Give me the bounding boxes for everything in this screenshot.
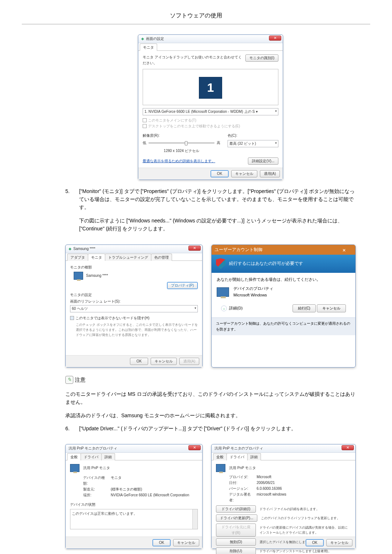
desc: ドライバをアンインストールします (上級者用)。 [260,549,331,554]
desc: ドライバの更新後にデバイスの認識が失敗する場合、以前にインストールしたドライバに… [260,525,351,535]
close-icon[interactable]: ✕ [188,246,201,251]
chk-main: このモニタをメインにする(T) [148,118,196,122]
cancel-button[interactable]: キャンセル [173,539,199,546]
tab-trouble[interactable]: トラブルシューティング [105,254,151,261]
scrollbar[interactable] [192,509,197,529]
resolution-value: 1280 x 1024 ピクセル [143,148,220,154]
rollback-driver-button: ドライバを元に戻す(R) [216,524,256,537]
color-combo[interactable]: 最高 (32 ビット) [228,140,278,147]
cancel-button[interactable]: キャンセル [151,358,177,365]
monitor-icon[interactable]: 1 [199,77,222,99]
display-settings-dialog: ◆ 画面の設定 ✕ モニタ モニタ アイコンをドラッグしてお使いのモニタと合わせ… [138,34,283,180]
color-label: 色(C): [228,133,278,139]
tab-monitor[interactable]: モニタ [140,44,157,51]
group-kind-label: モニタの種類 [70,264,198,270]
resolution-slider[interactable] [148,142,215,144]
value: NVIDIA GeForce 6600 LE (Microsoft Corpor… [111,492,189,498]
step5-p2: 下の図に示すように ["Windows needs..." (Windows の… [79,217,356,233]
res-high: 高 [217,140,220,146]
status-box: このデバイスは正常に動作しています。 [70,509,198,529]
chevron-down-icon[interactable]: ⌄ [221,305,227,311]
ok-button[interactable]: OK [306,539,324,546]
pnp-general-dialog: 汎用 PnP モニタのプロパティ ✕ 全般 ドライバ 詳細 汎用 PnP モニタ… [65,444,203,549]
desc: このデバイスのドライバ ソフトウェアを更新します。 [261,516,340,521]
refresh-label: 画面のリフレッシュ レート(S): [70,299,198,304]
page-title: ソフトウェアの使用 [22,11,370,24]
tab-driver[interactable]: ドライバ [81,453,102,460]
driver-details-button[interactable]: ドライバの詳細(I) [216,505,256,513]
step6-p1: ["Update Driver..." (ドライバのアップデート...)] タブ… [79,424,356,432]
tab-detail[interactable]: 詳細 [101,453,115,460]
note-p2: 承認済みのドライバは、Samsung モニターのホームページに掲載されます。 [65,411,356,419]
tab-driver[interactable]: ドライバ [226,453,248,460]
status-text: このデバイスは正常に動作しています。 [72,512,137,516]
status-label: デバイスの状態 [70,502,198,508]
resolution-label: 解像度(R): [143,133,220,139]
dialog-title: 汎用 PnP モニタのプロパティ [215,446,263,451]
chk-extend: デスクトップをこのモニタ上で移動できるようにする(E) [148,124,240,128]
close-icon[interactable]: ✕ [188,445,201,450]
note-heading: ✎ 注意 [65,376,356,384]
ok-button[interactable]: OK [152,539,171,546]
device-icon [217,287,229,297]
monitor-icon [74,272,83,280]
label: プロバイダ: [229,474,254,480]
value: (標準モニタの種類) [111,487,142,492]
device-name: 汎用 PnP モニタ [229,465,256,471]
cancel-button[interactable]: キャンセル [326,539,352,546]
hide-mode-note: このチェック ボックスをオフにすると、このモニタで正しく表示できないモードを選択… [76,322,198,338]
uac-title: ユーザーアカウント制御 [215,246,262,253]
optimal-display-link[interactable]: 最適な表示を得るための詳細を表示します。 [143,158,215,164]
apply-button[interactable]: 適用(A) [260,170,280,177]
step-number: 6. [65,424,73,438]
tab-general[interactable]: 全般 [67,453,81,460]
properties-button[interactable]: プロパティ(P) [167,282,198,289]
tab-color[interactable]: 色の管理 [151,254,172,261]
cancel-button[interactable]: キャンセル [231,170,257,177]
drag-instruction: モニタ アイコンをドラッグしてお使いのモニタと合わせてください。 [143,54,242,66]
adapter-properties-dialog: ◆ Samsung **** ✕ アダプタ モニタ トラブルシューティング 色の… [65,245,203,368]
refresh-combo[interactable]: 60 ヘルツ [70,305,198,312]
chk-hide-modes[interactable]: このモニタでは表示できないモードを隠す(H) [75,316,150,320]
res-low: 低 [143,140,146,146]
tab-detail[interactable]: 詳細 [247,453,261,460]
note-p1: このモニタードライバーは MS ロゴの承認を受けており、このドライバのインストー… [65,390,356,406]
close-icon[interactable]: ✕ [342,247,352,252]
uac-footer: ユーザーアカウント制御は、あなたの許可なくコンピュータに変更が適用されるのを防ぎ… [212,317,355,335]
tab-general[interactable]: 全般 [213,453,227,460]
identify-monitors-button[interactable]: モニタの識別(I) [245,54,278,62]
close-icon[interactable]: ✕ [269,36,281,41]
ok-button[interactable]: OK [211,170,229,177]
step5-p1: ["Monitor" (モニタ)] タブで ["Properties" (プロパ… [79,187,356,212]
value: microsoft windows [257,492,286,503]
disable-button[interactable]: 無効(D) [216,538,256,546]
tab-adapter[interactable]: アダプタ [67,254,88,261]
tab-monitor[interactable]: モニタ [88,254,105,261]
step-6: 6. ["Update Driver..." (ドライバのアップデート...)]… [65,424,356,438]
monitor-icon [216,464,225,472]
adapter-combo[interactable]: 1. NVIDIA GeForce 6600 LE (Microsoft Cor… [143,108,278,115]
uninstall-button[interactable]: 削除(U) [216,547,256,554]
value: モニタ [111,475,122,487]
dialog-title: 汎用 PnP モニタのプロパティ [69,446,117,451]
details-button[interactable]: 詳細(D) [229,305,242,312]
uac-body-text: あなたが開始した操作である場合は、続行してください。 [217,276,350,283]
desc: ドライバ ファイルの詳細を表示します。 [260,506,319,512]
monitor-name: Samsung **** [86,273,108,279]
value: 6.0.6000.16386 [257,486,282,492]
close-icon[interactable]: ✕ [342,445,354,450]
step-number: 5. [65,187,73,238]
label: 製造元: [83,487,109,492]
note-icon: ✎ [65,376,73,384]
ok-button[interactable]: OK [130,358,148,365]
label: 日付: [229,480,254,486]
label: デバイスの種類: [83,475,109,487]
cancel-button[interactable]: キャンセル [317,304,346,312]
continue-button[interactable]: 続行(C) [293,304,316,312]
note-label: 注意 [75,376,86,384]
advanced-settings-button[interactable]: 詳細設定(V)... [248,157,278,165]
label: デジタル署名者: [229,492,254,503]
shield-icon [216,258,225,269]
apply-button: 適用(A) [179,358,199,365]
update-driver-button[interactable]: ドライバの更新(P)... [216,514,257,522]
